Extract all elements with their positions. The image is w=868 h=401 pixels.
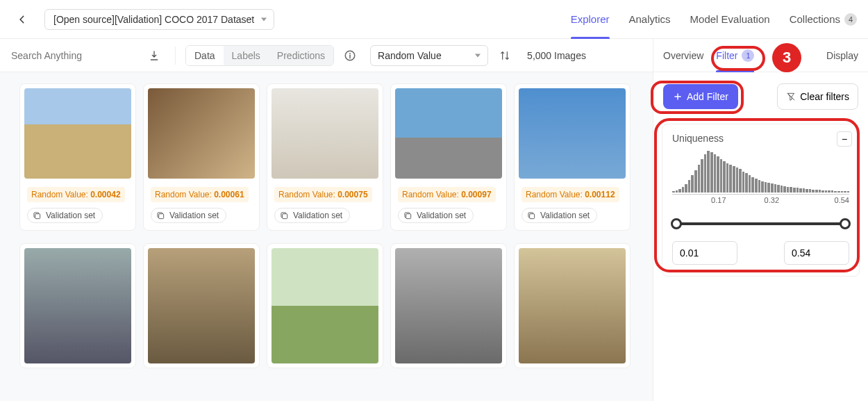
dataset-selector[interactable]: [Open source][Validation] COCO 2017 Data…: [44, 9, 274, 30]
rp-tab-filter-label: Filter: [716, 50, 737, 61]
tab-explorer[interactable]: Explorer: [571, 0, 610, 38]
slider-thumb-max[interactable]: [840, 218, 851, 229]
filter-title: Uniqueness: [672, 133, 849, 144]
set-chip: Validation set: [274, 208, 350, 223]
add-filter-button[interactable]: Add Filter: [663, 84, 738, 109]
range-min-input[interactable]: [672, 241, 737, 265]
svg-rect-6: [159, 214, 164, 219]
filter-uniqueness: Uniqueness − 0.17 0.32 0.54: [662, 124, 860, 277]
random-value-chip: Random Value: 0.00112: [521, 187, 619, 202]
image-card[interactable]: Random Value: 0.00097 Validation set: [390, 83, 507, 231]
thumbnail: [24, 88, 131, 179]
image-card[interactable]: Random Value: 0.00075 Validation set: [267, 83, 383, 231]
back-button[interactable]: [11, 8, 33, 31]
rp-tab-display[interactable]: Display: [826, 39, 858, 72]
divider: [175, 47, 176, 65]
svg-rect-4: [35, 214, 40, 219]
clear-filters-button[interactable]: Clear filters: [777, 83, 858, 110]
sort-direction-button[interactable]: [496, 47, 513, 64]
image-card[interactable]: [390, 243, 507, 368]
range-max-input[interactable]: [784, 241, 849, 265]
stack-icon: [156, 211, 165, 220]
main-tabs: Explorer Analytics Model Evaluation Coll…: [571, 0, 857, 38]
axis-tick: 0.17: [711, 196, 726, 204]
thumbnail: [24, 248, 131, 363]
random-value-chip: Random Value: 0.00061: [151, 187, 249, 202]
app-header: [Open source][Validation] COCO 2017 Data…: [0, 0, 868, 39]
rp-controls: Add Filter Clear filters: [653, 72, 868, 110]
right-panel-tabs: Overview Filter 1 Display: [653, 39, 868, 72]
svg-rect-12: [530, 214, 535, 219]
search-input[interactable]: [11, 46, 135, 65]
view-segment: Data Labels Predictions: [185, 45, 334, 66]
image-card[interactable]: [143, 243, 260, 368]
random-value-chip: Random Value: 0.00042: [27, 187, 125, 202]
add-filter-label: Add Filter: [687, 91, 728, 102]
svg-point-1: [349, 53, 351, 54]
stack-icon: [32, 211, 42, 220]
range-slider[interactable]: [672, 213, 849, 234]
image-card[interactable]: [267, 243, 383, 368]
sort-select[interactable]: Random Value: [370, 45, 488, 66]
random-value-chip: Random Value: 0.00075: [274, 187, 372, 202]
seg-data[interactable]: Data: [186, 46, 224, 65]
image-card[interactable]: [514, 243, 631, 368]
search-wrap: [11, 46, 135, 65]
range-inputs: [672, 241, 849, 265]
thumbnail: [148, 248, 255, 363]
tab-collections[interactable]: Collections 4: [790, 0, 857, 38]
tab-collections-label: Collections: [790, 13, 840, 25]
dataset-name: [Open source][Validation] COCO 2017 Data…: [53, 14, 254, 25]
rp-tab-overview[interactable]: Overview: [663, 39, 703, 72]
sort-label: Random Value: [378, 50, 442, 61]
right-panel: Overview Filter 1 Display Add Filter Cle…: [653, 39, 868, 401]
svg-rect-8: [283, 214, 287, 219]
collections-count-badge: 4: [844, 13, 857, 26]
histogram-axis: 0.17 0.32 0.54: [672, 194, 849, 208]
stack-icon: [279, 211, 289, 220]
image-card[interactable]: Random Value: 0.00112 Validation set: [514, 83, 631, 231]
image-count: 5,000 Images: [527, 50, 586, 61]
clear-icon: [786, 92, 796, 101]
random-value-chip: Random Value: 0.00097: [398, 187, 496, 202]
image-card[interactable]: [19, 243, 136, 368]
plus-icon: [673, 92, 683, 101]
set-chip: Validation set: [398, 208, 474, 223]
seg-predictions[interactable]: Predictions: [269, 46, 333, 65]
tab-analytics[interactable]: Analytics: [629, 0, 671, 38]
thumbnail: [272, 88, 378, 179]
download-button[interactable]: [143, 46, 165, 65]
axis-tick: 0.32: [765, 196, 779, 204]
info-icon[interactable]: [344, 49, 356, 62]
thumbnail: [519, 248, 626, 363]
slider-thumb-min[interactable]: [671, 218, 682, 229]
filter-count-badge: 1: [742, 49, 754, 62]
uniqueness-histogram: [672, 151, 849, 193]
set-chip: Validation set: [521, 208, 597, 223]
collapse-filter-button[interactable]: −: [837, 131, 852, 147]
image-gallery: Random Value: 0.00042 Validation set Ran…: [0, 72, 653, 401]
thumbnail: [519, 88, 626, 179]
set-chip: Validation set: [151, 208, 226, 223]
image-card[interactable]: Random Value: 0.00042 Validation set: [19, 83, 136, 231]
seg-labels[interactable]: Labels: [224, 46, 269, 65]
tab-model-evaluation[interactable]: Model Evaluation: [690, 0, 770, 38]
set-chip: Validation set: [27, 208, 103, 223]
thumbnail: [395, 88, 502, 179]
thumbnail: [148, 88, 255, 179]
thumbnail: [395, 248, 502, 363]
stack-icon: [526, 211, 536, 220]
slider-line: [676, 222, 845, 225]
axis-tick: 0.54: [835, 196, 849, 204]
stack-icon: [403, 211, 412, 220]
clear-filters-label: Clear filters: [800, 91, 849, 102]
thumbnail: [272, 248, 378, 363]
image-card[interactable]: Random Value: 0.00061 Validation set: [143, 83, 260, 231]
svg-rect-10: [406, 214, 411, 219]
rp-tab-filter[interactable]: Filter 1: [716, 39, 754, 72]
